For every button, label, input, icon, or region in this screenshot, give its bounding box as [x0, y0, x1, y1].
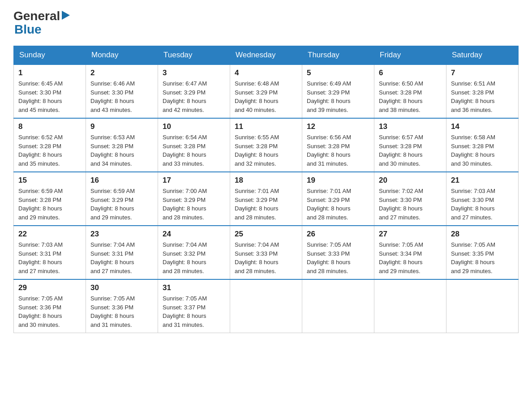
day-number: 4	[235, 68, 297, 77]
day-number: 10	[163, 122, 225, 131]
logo-blue-text: Blue	[14, 22, 42, 37]
calendar-header-row: SundayMondayTuesdayWednesdayThursdayFrid…	[14, 46, 519, 65]
day-info: Sunrise: 7:05 AM Sunset: 3:35 PM Dayligh…	[451, 240, 514, 275]
calendar-cell: 24 Sunrise: 7:04 AM Sunset: 3:32 PM Dayl…	[158, 226, 230, 279]
calendar-week-5: 29 Sunrise: 7:05 AM Sunset: 3:36 PM Dayl…	[14, 279, 519, 333]
day-info: Sunrise: 7:01 AM Sunset: 3:29 PM Dayligh…	[307, 187, 369, 222]
day-number: 20	[379, 176, 442, 185]
day-info: Sunrise: 6:57 AM Sunset: 3:28 PM Dayligh…	[379, 133, 442, 168]
calendar-cell: 17 Sunrise: 7:00 AM Sunset: 3:29 PM Dayl…	[158, 172, 230, 226]
page-header: General Blue	[13, 9, 519, 37]
day-info: Sunrise: 7:00 AM Sunset: 3:29 PM Dayligh…	[163, 187, 225, 222]
day-info: Sunrise: 7:05 AM Sunset: 3:37 PM Dayligh…	[163, 294, 225, 329]
day-info: Sunrise: 7:03 AM Sunset: 3:30 PM Dayligh…	[451, 187, 514, 222]
calendar-cell: 31 Sunrise: 7:05 AM Sunset: 3:37 PM Dayl…	[158, 279, 230, 333]
day-number: 5	[307, 68, 369, 77]
calendar-cell: 20 Sunrise: 7:02 AM Sunset: 3:30 PM Dayl…	[374, 172, 446, 226]
day-number: 16	[90, 176, 153, 185]
day-number: 13	[379, 122, 442, 131]
calendar-cell	[302, 279, 374, 333]
calendar-cell: 25 Sunrise: 7:04 AM Sunset: 3:33 PM Dayl…	[230, 226, 302, 279]
day-info: Sunrise: 7:05 AM Sunset: 3:34 PM Dayligh…	[379, 240, 442, 275]
day-number: 24	[163, 230, 225, 239]
day-info: Sunrise: 6:56 AM Sunset: 3:28 PM Dayligh…	[307, 133, 369, 168]
logo-arrow-icon	[62, 11, 70, 21]
calendar-cell: 13 Sunrise: 6:57 AM Sunset: 3:28 PM Dayl…	[374, 118, 446, 172]
calendar-cell: 9 Sunrise: 6:53 AM Sunset: 3:28 PM Dayli…	[86, 118, 158, 172]
day-number: 6	[379, 68, 442, 77]
calendar-cell: 5 Sunrise: 6:49 AM Sunset: 3:29 PM Dayli…	[302, 64, 374, 118]
calendar-cell: 21 Sunrise: 7:03 AM Sunset: 3:30 PM Dayl…	[446, 172, 519, 226]
calendar-cell: 16 Sunrise: 6:59 AM Sunset: 3:29 PM Dayl…	[86, 172, 158, 226]
day-info: Sunrise: 6:48 AM Sunset: 3:29 PM Dayligh…	[235, 79, 297, 114]
calendar-cell: 30 Sunrise: 7:05 AM Sunset: 3:36 PM Dayl…	[86, 279, 158, 333]
calendar-cell: 6 Sunrise: 6:50 AM Sunset: 3:28 PM Dayli…	[374, 64, 446, 118]
calendar-cell: 22 Sunrise: 7:03 AM Sunset: 3:31 PM Dayl…	[14, 226, 86, 279]
day-info: Sunrise: 6:45 AM Sunset: 3:30 PM Dayligh…	[18, 79, 81, 114]
day-number: 3	[163, 68, 225, 77]
calendar-cell: 26 Sunrise: 7:05 AM Sunset: 3:33 PM Dayl…	[302, 226, 374, 279]
day-number: 25	[235, 230, 297, 239]
day-number: 12	[307, 122, 369, 131]
day-info: Sunrise: 6:55 AM Sunset: 3:28 PM Dayligh…	[235, 133, 297, 168]
calendar-header-wednesday: Wednesday	[230, 46, 302, 65]
logo: General Blue	[13, 9, 70, 37]
day-info: Sunrise: 6:50 AM Sunset: 3:28 PM Dayligh…	[379, 79, 442, 114]
day-number: 2	[90, 68, 153, 77]
calendar-cell: 19 Sunrise: 7:01 AM Sunset: 3:29 PM Dayl…	[302, 172, 374, 226]
calendar-cell: 4 Sunrise: 6:48 AM Sunset: 3:29 PM Dayli…	[230, 64, 302, 118]
calendar-week-1: 1 Sunrise: 6:45 AM Sunset: 3:30 PM Dayli…	[14, 64, 519, 118]
calendar-table: SundayMondayTuesdayWednesdayThursdayFrid…	[13, 46, 519, 333]
calendar-week-4: 22 Sunrise: 7:03 AM Sunset: 3:31 PM Dayl…	[14, 226, 519, 279]
calendar-week-2: 8 Sunrise: 6:52 AM Sunset: 3:28 PM Dayli…	[14, 118, 519, 172]
day-number: 17	[163, 176, 225, 185]
day-info: Sunrise: 6:54 AM Sunset: 3:28 PM Dayligh…	[163, 133, 225, 168]
day-number: 31	[163, 283, 225, 292]
day-number: 28	[451, 230, 514, 239]
day-number: 11	[235, 122, 297, 131]
day-number: 8	[18, 122, 81, 131]
calendar-cell: 14 Sunrise: 6:58 AM Sunset: 3:28 PM Dayl…	[446, 118, 519, 172]
calendar-cell: 11 Sunrise: 6:55 AM Sunset: 3:28 PM Dayl…	[230, 118, 302, 172]
calendar-header-thursday: Thursday	[302, 46, 374, 65]
day-number: 7	[451, 68, 514, 77]
day-number: 1	[18, 68, 81, 77]
day-info: Sunrise: 7:04 AM Sunset: 3:33 PM Dayligh…	[235, 240, 297, 275]
day-number: 30	[90, 283, 153, 292]
day-info: Sunrise: 7:02 AM Sunset: 3:30 PM Dayligh…	[379, 187, 442, 222]
day-number: 21	[451, 176, 514, 185]
calendar-cell: 27 Sunrise: 7:05 AM Sunset: 3:34 PM Dayl…	[374, 226, 446, 279]
calendar-cell: 3 Sunrise: 6:47 AM Sunset: 3:29 PM Dayli…	[158, 64, 230, 118]
calendar-header-monday: Monday	[86, 46, 158, 65]
day-info: Sunrise: 7:05 AM Sunset: 3:36 PM Dayligh…	[90, 294, 153, 329]
day-info: Sunrise: 6:59 AM Sunset: 3:28 PM Dayligh…	[18, 187, 81, 222]
calendar-cell: 29 Sunrise: 7:05 AM Sunset: 3:36 PM Dayl…	[14, 279, 86, 333]
day-info: Sunrise: 7:01 AM Sunset: 3:29 PM Dayligh…	[235, 187, 297, 222]
calendar-header-tuesday: Tuesday	[158, 46, 230, 65]
calendar-cell: 23 Sunrise: 7:04 AM Sunset: 3:31 PM Dayl…	[86, 226, 158, 279]
day-number: 23	[90, 230, 153, 239]
day-info: Sunrise: 7:03 AM Sunset: 3:31 PM Dayligh…	[18, 240, 81, 275]
day-number: 18	[235, 176, 297, 185]
day-info: Sunrise: 7:04 AM Sunset: 3:32 PM Dayligh…	[163, 240, 225, 275]
calendar-header-friday: Friday	[374, 46, 446, 65]
day-number: 29	[18, 283, 81, 292]
calendar-cell: 1 Sunrise: 6:45 AM Sunset: 3:30 PM Dayli…	[14, 64, 86, 118]
calendar-cell: 2 Sunrise: 6:46 AM Sunset: 3:30 PM Dayli…	[86, 64, 158, 118]
day-info: Sunrise: 6:59 AM Sunset: 3:29 PM Dayligh…	[90, 187, 153, 222]
day-info: Sunrise: 6:53 AM Sunset: 3:28 PM Dayligh…	[90, 133, 153, 168]
day-number: 27	[379, 230, 442, 239]
day-number: 15	[18, 176, 81, 185]
day-number: 14	[451, 122, 514, 131]
calendar-header-saturday: Saturday	[446, 46, 519, 65]
day-number: 9	[90, 122, 153, 131]
day-info: Sunrise: 7:04 AM Sunset: 3:31 PM Dayligh…	[90, 240, 153, 275]
day-number: 26	[307, 230, 369, 239]
day-number: 19	[307, 176, 369, 185]
day-info: Sunrise: 6:46 AM Sunset: 3:30 PM Dayligh…	[90, 79, 153, 114]
day-number: 22	[18, 230, 81, 239]
calendar-cell: 15 Sunrise: 6:59 AM Sunset: 3:28 PM Dayl…	[14, 172, 86, 226]
calendar-cell	[446, 279, 519, 333]
calendar-cell: 10 Sunrise: 6:54 AM Sunset: 3:28 PM Dayl…	[158, 118, 230, 172]
day-info: Sunrise: 7:05 AM Sunset: 3:36 PM Dayligh…	[18, 294, 81, 329]
